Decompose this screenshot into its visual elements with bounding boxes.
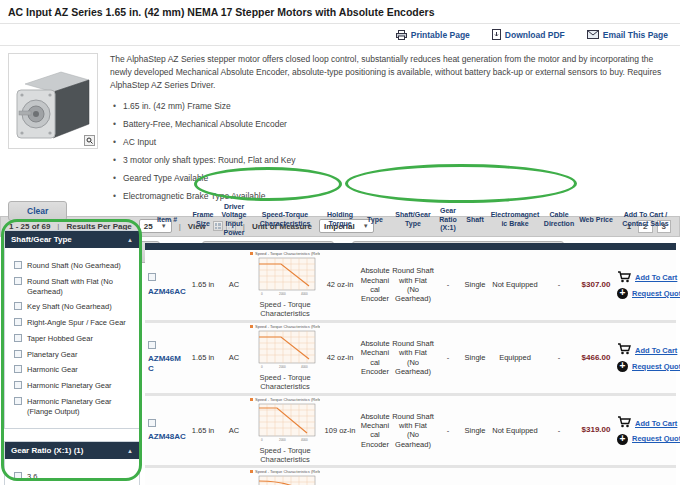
printer-icon <box>396 30 407 40</box>
item-number-link[interactable]: AZM46AC <box>148 287 186 297</box>
svg-text:2000: 2000 <box>279 365 286 369</box>
frame-size-value: 1.65 in <box>187 425 219 436</box>
table-header-row: Item # Frame Size Driver Voltage Input P… <box>145 197 676 243</box>
speed-torque-thumbnail: 020004000 <box>251 474 319 485</box>
checkbox[interactable] <box>14 472 22 480</box>
add-to-cart-link[interactable]: Add To Cart <box>635 419 677 428</box>
checkbox[interactable] <box>14 318 22 326</box>
web-price-value: $466.00 <box>577 352 615 364</box>
col-type: Type <box>359 215 391 226</box>
col-item: Item # <box>145 215 187 226</box>
feature-bullet: Battery-Free, Mechanical Absolute Encode… <box>110 118 668 131</box>
chart-caption[interactable]: Speed - Torque Characteristics <box>250 300 320 319</box>
checkbox[interactable] <box>14 302 22 310</box>
filter-option[interactable]: Harmonic Planetary Gear (Flange Output) <box>14 397 135 417</box>
stepper-motor-illustration <box>9 54 97 148</box>
feature-bullet: 3 motor only shaft types: Round, Flat an… <box>110 154 668 167</box>
web-price-value: $319.00 <box>577 424 615 436</box>
svg-text:4000: 4000 <box>301 292 308 296</box>
driver-voltage-value: AC <box>219 279 249 290</box>
add-to-cart-link[interactable]: Add To Cart <box>635 273 677 282</box>
filter-option[interactable]: Harmonic Planetary Gear <box>14 381 135 391</box>
page-title: AC Input AZ Series 1.65 in. (42 mm) NEMA… <box>0 0 680 23</box>
gear-ratio-value: - <box>435 352 461 363</box>
holding-torque-value: 42 oz-in <box>321 279 359 290</box>
request-quote-link[interactable]: Request Quote <box>632 362 680 371</box>
product-description-block: The AlphaStep AZ Series stepper motor of… <box>110 53 672 209</box>
filter-header-shaft-gear-type[interactable]: Shaft/Gear Type ▲ <box>5 231 139 248</box>
download-pdf-link[interactable]: Download PDF <box>492 29 565 40</box>
speed-torque-thumbnail: 020004000 <box>251 329 319 371</box>
holding-torque-value: 109 oz-in <box>321 425 359 436</box>
item-number-link[interactable]: AZM46MC <box>148 354 186 374</box>
product-image[interactable] <box>8 53 98 149</box>
shaft-value: Single <box>461 279 489 290</box>
svg-text:2000: 2000 <box>279 292 286 296</box>
col-driver-voltage: Driver Voltage Input Power <box>219 202 249 239</box>
checkbox[interactable] <box>14 277 22 285</box>
svg-text:4000: 4000 <box>301 365 308 369</box>
request-quote-link[interactable]: Request Quote <box>632 289 680 298</box>
speed-torque-chart[interactable]: Speed - Torque Characteristics (Referenc… <box>250 251 320 319</box>
plus-icon: + <box>617 361 628 372</box>
frame-size-value: 1.65 in <box>187 279 219 290</box>
table-row: AZM48AC 1.65 in AC Speed - Torque Charac… <box>145 396 676 469</box>
shaft-gear-type-value: Round Shaft with Flat (No Gearhead) <box>391 265 435 305</box>
filter-option[interactable]: Planetary Gear <box>14 350 135 360</box>
col-shaft-gear-type: Shaft/Gear Type <box>391 210 435 230</box>
col-electromagnetic-brake: Electromagnetic Brake <box>489 210 541 230</box>
svg-text:0: 0 <box>261 365 263 369</box>
holding-torque-value: 42 oz-in <box>321 352 359 363</box>
gear-ratio-value: - <box>435 279 461 290</box>
row-checkbox[interactable] <box>148 341 156 349</box>
plus-icon: + <box>617 434 628 445</box>
item-number-link[interactable]: AZM48AC <box>148 432 186 442</box>
col-cable-direction: Cable Direction <box>541 210 577 230</box>
checkbox[interactable] <box>14 261 22 269</box>
web-price-value: $307.00 <box>577 279 615 291</box>
email-page-link[interactable]: Email This Page <box>587 29 668 40</box>
svg-text:4000: 4000 <box>301 438 308 442</box>
filter-option[interactable]: Harmonic Gear <box>14 365 135 375</box>
filter-option[interactable]: Round Shaft (No Gearhead) <box>14 261 135 271</box>
filter-option[interactable]: Key Shaft (No Gearhead) <box>14 302 135 312</box>
shaft-value: Single <box>461 425 489 436</box>
filter-panel-gear-ratio: Gear Ratio (X:1) (1) ▲ 3.6 5 7.2 9 10 <box>4 441 140 485</box>
cable-direction-value: - <box>541 352 577 363</box>
results-table: Item # Frame Size Driver Voltage Input P… <box>145 197 676 485</box>
feature-bullet: AC Input <box>110 136 668 149</box>
row-checkbox[interactable] <box>148 273 156 281</box>
checkbox[interactable] <box>14 350 22 358</box>
filter-sidebar: Clear Shaft/Gear Type ▲ Round Shaft (No … <box>4 200 140 485</box>
filter-option[interactable]: Right-Angle Spur / Face Gear <box>14 318 135 328</box>
filter-option[interactable]: 3.6 <box>14 472 135 482</box>
cart-icon <box>617 416 631 430</box>
chart-caption[interactable]: Speed - Torque Characteristics <box>250 373 320 392</box>
filter-option[interactable]: Taper Hobbed Gear <box>14 334 135 344</box>
request-quote-link[interactable]: Request Quote <box>632 434 680 443</box>
shaft-gear-type-value: Round Shaft with Flat (No Gearhead) <box>391 338 435 378</box>
col-holding-torque: Holding Torque <box>321 210 359 230</box>
speed-torque-chart[interactable]: Speed - Torque Characteristics (Referenc… <box>250 397 320 465</box>
add-to-cart-link[interactable]: Add To Cart <box>635 346 677 355</box>
checkbox[interactable] <box>14 365 22 373</box>
feature-bullet: Geared Type Available <box>110 172 668 185</box>
col-shaft: Shaft <box>461 215 489 226</box>
row-checkbox[interactable] <box>148 419 156 427</box>
clear-filters-button[interactable]: Clear <box>8 201 67 221</box>
printable-page-link[interactable]: Printable Page <box>396 29 470 40</box>
cable-direction-value: - <box>541 279 577 290</box>
speed-torque-chart[interactable]: Speed - Torque Characteristics (Referenc… <box>250 324 320 392</box>
frame-size-value: 1.65 in <box>187 352 219 363</box>
filter-option[interactable]: Round Shaft with Flat (No Gearhead) <box>14 277 135 297</box>
speed-torque-chart[interactable]: Speed - Torque Characteristics (Referenc… <box>250 469 320 485</box>
filter-header-gear-ratio[interactable]: Gear Ratio (X:1) (1) ▲ <box>5 442 139 459</box>
legend-swatch <box>250 325 253 328</box>
checkbox[interactable] <box>14 397 22 405</box>
table-row: AZM46AC 1.65 in AC Speed - Torque Charac… <box>145 250 676 323</box>
checkbox[interactable] <box>14 381 22 389</box>
chart-caption[interactable]: Speed - Torque Characteristics <box>250 446 320 465</box>
image-zoom-icon[interactable] <box>84 135 95 146</box>
feature-bullet-list: 1.65 in. (42 mm) Frame Size Battery-Free… <box>110 100 668 204</box>
checkbox[interactable] <box>14 334 22 342</box>
